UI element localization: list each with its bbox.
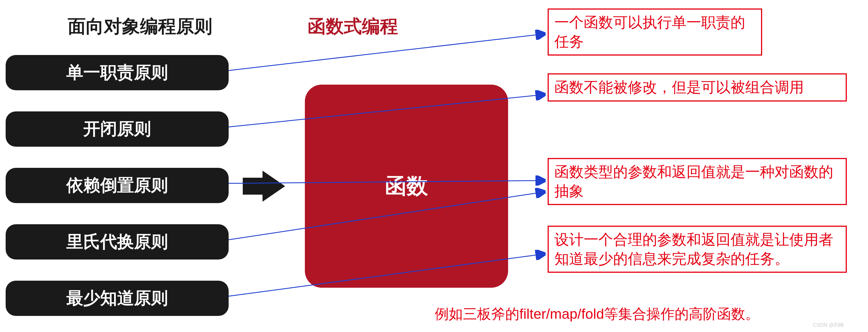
svg-line-2 [229, 95, 545, 127]
svg-line-3 [229, 180, 545, 184]
svg-line-4 [229, 192, 545, 240]
svg-line-1 [229, 34, 545, 70]
connector-lines [0, 0, 868, 332]
svg-line-5 [229, 254, 545, 296]
